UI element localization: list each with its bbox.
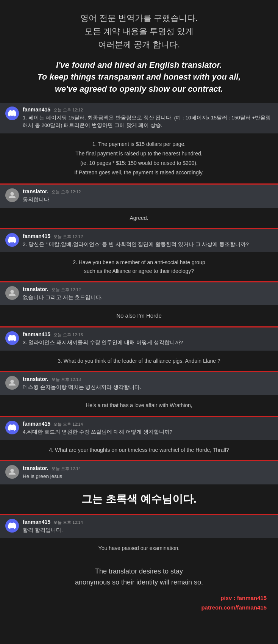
message-text-2: 동의합니다 (23, 196, 273, 204)
message-header-2: translator. 오늘 오후 12:12 (23, 188, 273, 195)
timestamp-7: 오늘 오후 12:14 (53, 421, 83, 427)
message-content-2: translator. 오늘 오후 12:12 동의합니다 (23, 188, 273, 204)
message-content-7: fanman415 오늘 오후 12:14 4.위대한 호드의 영원한 수장 쓰… (23, 421, 273, 436)
message-text-8: He is green jesus (23, 473, 273, 480)
avatar-fanman-2 (5, 233, 19, 247)
message-text-5: 3. 얼라이언스 돼지새끼들의 수장 안두인에 대해 어떻게 생각합니까? (23, 339, 273, 346)
message-block-1: fanman415 오늘 오후 12:12 1. 페이는 페이지당 15달러. … (0, 103, 278, 183)
korean-title: 영어 전문 번역가를 구했습니다. 모든 계약 내용을 투명성 있게 여러분께 … (15, 11, 263, 52)
avatar-translator-3 (5, 376, 19, 390)
avatar-fanman-5 (5, 519, 19, 533)
message-text-6: 데스윙 손자놈이랑 떡치는 병신새끼라 생각합니다. (23, 384, 273, 391)
username-fanman: fanman415 (23, 107, 50, 113)
credit-pixv: pixv : fanman415 (220, 595, 267, 601)
message-text-1: 1. 페이는 페이지당 15달러. 최종금액은 반올림으로 정산 됩니다. (예… (23, 114, 273, 130)
chat-message-translator-2: translator. 오늘 오후 12:12 없습니나 그리고 저는 호드입니… (0, 282, 278, 305)
message-header-6: translator. 오늘 오후 12:13 (23, 376, 273, 382)
message-content-5: fanman415 오늘 오후 12:13 3. 얼라이언스 돼지새끼들의 수장… (23, 331, 273, 346)
message-content-9: fanman415 오늘 오후 12:14 합격 합격입니다. (23, 519, 273, 534)
translation-payment: 1. The payment is $15 dollars per page. … (0, 133, 278, 184)
message-block-5: fanman415 오늘 오후 12:13 3. 얼라이언스 돼지새끼들의 수장… (0, 326, 278, 371)
svg-point-2 (10, 380, 14, 383)
timestamp-9: 오늘 오후 12:14 (53, 520, 83, 525)
avatar-translator-2 (5, 286, 19, 300)
footer-section: The translator desires to stayanonymous … (0, 558, 278, 619)
message-block-4: translator. 오늘 오후 12:12 없습니나 그리고 저는 호드입니… (0, 281, 278, 326)
translation-q3: 3. What do you think of the leader of th… (0, 351, 278, 371)
credit-patreon: patreon.com/fanman415 (201, 604, 267, 611)
message-content-8: translator. 오늘 오후 12:14 He is green jesu… (23, 465, 273, 480)
header-section: 영어 전문 번역가를 구했습니다. 모든 계약 내용을 투명성 있게 여러분께 … (0, 0, 278, 103)
timestamp-1: 오늘 오후 12:12 (53, 107, 83, 113)
username-translator-4: translator. (23, 465, 48, 471)
username-translator-1: translator. (23, 188, 48, 194)
message-content-6: translator. 오늘 오후 12:13 데스윙 손자놈이랑 떡치는 병신… (23, 376, 273, 391)
svg-point-3 (10, 469, 14, 472)
message-text-4: 없습니나 그리고 저는 호드입니다. (23, 294, 273, 301)
message-block-2: translator. 오늘 오후 12:12 동의합니다 Agreed. (0, 183, 278, 228)
translation-q4: 4. What are your thoughts on our timeles… (0, 440, 278, 460)
message-header-4: translator. 오늘 오후 12:12 (23, 286, 273, 293)
english-title: I've found and hired an English translat… (15, 59, 263, 96)
chat-message-translator-4: translator. 오늘 오후 12:14 He is green jesu… (0, 461, 278, 484)
message-text-3: 2. 당신은 " 메칼,알베,얼라이언스' 등 반 사회적인 집단에 활동한적 … (23, 241, 273, 248)
svg-point-1 (10, 290, 14, 293)
message-block-7: fanman415 오늘 오후 12:14 4.위대한 호드의 영원한 수장 쓰… (0, 416, 278, 461)
message-header-7: fanman415 오늘 오후 12:14 (23, 421, 273, 427)
big-korean-jesus: 그는 초록색 예수님이다. (0, 484, 278, 514)
message-header-1: fanman415 오늘 오후 12:12 (23, 107, 273, 113)
translation-pass: You have passed our examination. (0, 538, 278, 558)
timestamp-3: 오늘 오후 12:12 (53, 234, 83, 240)
message-header-5: fanman415 오늘 오후 12:13 (23, 331, 273, 338)
timestamp-5: 오늘 오후 12:13 (53, 332, 83, 338)
username-translator-3: translator. (23, 376, 48, 382)
avatar-translator-4 (5, 465, 19, 479)
message-content-4: translator. 오늘 오후 12:12 없습니나 그리고 저는 호드입니… (23, 286, 273, 301)
message-content-3: fanman415 오늘 오후 12:12 2. 당신은 " 메칼,알베,얼라이… (23, 233, 273, 248)
username-fanman-5: fanman415 (23, 519, 50, 525)
message-header-3: fanman415 오늘 오후 12:12 (23, 233, 273, 240)
avatar-fanman-1 (5, 107, 19, 120)
chat-message-fanman-2: fanman415 오늘 오후 12:12 2. 당신은 " 메칼,알베,얼라이… (0, 229, 278, 252)
translation-q2: 2. Have you been a member of an anti-soc… (0, 252, 278, 281)
username-fanman-2: fanman415 (23, 233, 50, 239)
avatar-fanman-3 (5, 331, 19, 345)
footer-anon-text: The translator desires to stayanonymous … (11, 566, 267, 588)
username-translator-2: translator. (23, 286, 48, 292)
message-header-9: fanman415 오늘 오후 12:14 (23, 519, 273, 525)
translation-agreed: Agreed. (0, 208, 278, 228)
message-header-8: translator. 오늘 오후 12:14 (23, 465, 273, 472)
message-block-8: translator. 오늘 오후 12:14 He is green jesu… (0, 460, 278, 514)
chat-message-fanman-4: fanman415 오늘 오후 12:14 4.위대한 호드의 영원한 수장 쓰… (0, 417, 278, 440)
timestamp-4: 오늘 오후 12:12 (52, 287, 81, 293)
chat-message-fanman-3: fanman415 오늘 오후 12:13 3. 얼라이언스 돼지새끼들의 수장… (0, 327, 278, 350)
timestamp-6: 오늘 오후 12:13 (52, 377, 81, 382)
username-fanman-3: fanman415 (23, 331, 50, 337)
chat-message-fanman-5: fanman415 오늘 오후 12:14 합격 합격입니다. (0, 515, 278, 538)
timestamp-8: 오늘 오후 12:14 (52, 466, 81, 472)
avatar-translator-1 (5, 188, 19, 202)
chat-message-translator-1: translator. 오늘 오후 12:12 동의합니다 (0, 185, 278, 207)
message-text-7: 4.위대한 호드의 영원한 수장 쓰랄님에 대해 어떻게 생각합니까? (23, 428, 273, 436)
chat-message-translator-3: translator. 오늘 오후 12:13 데스윙 손자놈이랑 떡치는 병신… (0, 372, 278, 395)
translation-no-horde: No also I'm Horde (0, 305, 278, 326)
page-wrapper: 영어 전문 번역가를 구했습니다. 모든 계약 내용을 투명성 있게 여러분께 … (0, 0, 278, 619)
svg-point-0 (10, 192, 14, 196)
footer-credits: pixv : fanman415 patreon.com/fanman415 (11, 593, 267, 613)
translation-a3: He's a rat that has a love affair with W… (0, 395, 278, 415)
message-block-6: translator. 오늘 오후 12:13 데스윙 손자놈이랑 떡치는 병신… (0, 371, 278, 416)
message-content-1: fanman415 오늘 오후 12:12 1. 페이는 페이지당 15달러. … (23, 107, 273, 130)
message-block-9: fanman415 오늘 오후 12:14 합격 합격입니다. You have… (0, 514, 278, 559)
message-block-3: fanman415 오늘 오후 12:12 2. 당신은 " 메칼,알베,얼라이… (0, 228, 278, 281)
username-fanman-4: fanman415 (23, 421, 50, 427)
timestamp-2: 오늘 오후 12:12 (52, 189, 81, 195)
message-text-9: 합격 합격입니다. (23, 526, 273, 534)
chat-section: fanman415 오늘 오후 12:12 1. 페이는 페이지당 15달러. … (0, 103, 278, 558)
chat-message-fanman-1: fanman415 오늘 오후 12:12 1. 페이는 페이지당 15달러. … (0, 103, 278, 133)
avatar-fanman-4 (5, 421, 19, 434)
